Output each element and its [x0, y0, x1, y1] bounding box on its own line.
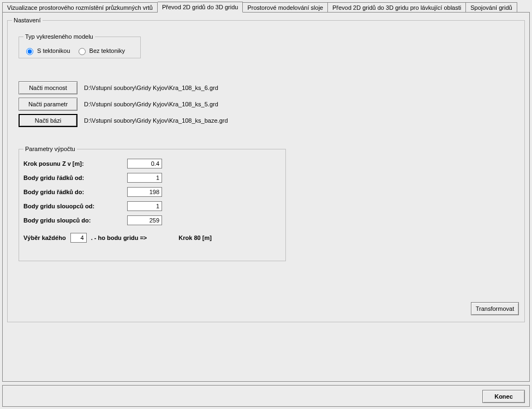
label-sloupcu-do: Body gridu sloupců do: — [23, 217, 127, 224]
label-vyber: Výběr každého — [23, 234, 66, 241]
row-parametr: Načti parametr D:\Vstupní soubory\Gridy … — [19, 98, 218, 111]
row-bazi: Načti bázi D:\Vstupní soubory\Gridy Kyjo… — [19, 114, 228, 127]
button-nacti-mocnost[interactable]: Načti mocnost — [19, 81, 77, 94]
label-radku-do: Body gridu řádků do: — [23, 189, 127, 195]
legend-nastaveni: Nastavení — [12, 17, 43, 23]
path-bazi: D:\Vstupní soubory\Gridy Kyjov\Kra_108_k… — [84, 117, 228, 124]
radio-bez-tektoniky-input[interactable] — [79, 48, 86, 55]
input-sloupcu-od[interactable] — [127, 201, 162, 211]
groupbox-nastaveni: Nastavení Typ vykresleného modelu S tekt… — [7, 17, 525, 322]
button-nacti-bazi[interactable]: Načti bázi — [19, 114, 77, 127]
path-parametr: D:\Vstupní soubory\Gridy Kyjov\Kra_108_k… — [84, 101, 218, 107]
label-krok-result: Krok 80 [m] — [178, 234, 212, 241]
radio-s-tektonikou-input[interactable] — [26, 48, 33, 55]
radio-bez-tektoniky[interactable]: Bez tektoniky — [76, 46, 125, 55]
bottom-bar: Konec — [2, 385, 530, 407]
button-konec[interactable]: Konec — [482, 390, 525, 403]
tabstrip: Vizualizace prostorového rozmístění průz… — [0, 0, 532, 12]
legend-typ: Typ vykresleného modelu — [23, 33, 95, 40]
button-nacti-parametr[interactable]: Načti parametr — [19, 98, 77, 111]
label-sloupcu-od: Body gridu slouopců od: — [23, 203, 127, 209]
radio-bez-tektoniky-label: Bez tektoniky — [89, 47, 125, 54]
legend-parametry: Parametry výpočtu — [23, 146, 77, 152]
tab-spojovani[interactable]: Spojování gridů — [466, 2, 517, 13]
label-radku-od: Body gridu řádků od: — [23, 175, 127, 181]
label-krok-z: Krok posunu Z v [m]: — [23, 160, 127, 167]
row-mocnost: Načti mocnost D:\Vstupní soubory\Gridy K… — [19, 81, 218, 94]
button-transformovat[interactable]: Transformovat — [471, 302, 519, 315]
path-mocnost: D:\Vstupní soubory\Gridy Kyjov\Kra_108_k… — [84, 85, 218, 91]
radio-s-tektonikou-label: S tektonikou — [37, 47, 70, 54]
input-radku-od[interactable] — [127, 173, 162, 183]
input-radku-do[interactable] — [127, 187, 162, 197]
tab-prevod-2d-3d[interactable]: Převod 2D gridů do 3D gridu — [158, 2, 243, 13]
input-sloupcu-do[interactable] — [127, 215, 162, 225]
groupbox-parametry: Parametry výpočtu Krok posunu Z v [m]: B… — [19, 146, 286, 261]
tab-prevod-lavkujici[interactable]: Převod 2D gridů do 3D gridu pro lávkujíc… — [328, 2, 466, 13]
radio-s-tektonikou[interactable]: S tektonikou — [23, 46, 70, 55]
tab-vizualizace[interactable]: Vizualizace prostorového rozmístění průz… — [2, 2, 158, 13]
label-vyber-suffix: . - ho bodu gridu => — [91, 234, 147, 241]
tab-body: Nastavení Typ vykresleného modelu S tekt… — [2, 12, 530, 382]
input-vyber[interactable] — [70, 233, 87, 243]
tab-prostorove-modelovani[interactable]: Prostorové modelování sloje — [243, 2, 328, 13]
input-krok-z[interactable] — [127, 159, 162, 169]
groupbox-typ-modelu: Typ vykresleného modelu S tektonikou Bez… — [19, 33, 141, 58]
app-window: Vizualizace prostorového rozmístění průz… — [0, 0, 532, 409]
